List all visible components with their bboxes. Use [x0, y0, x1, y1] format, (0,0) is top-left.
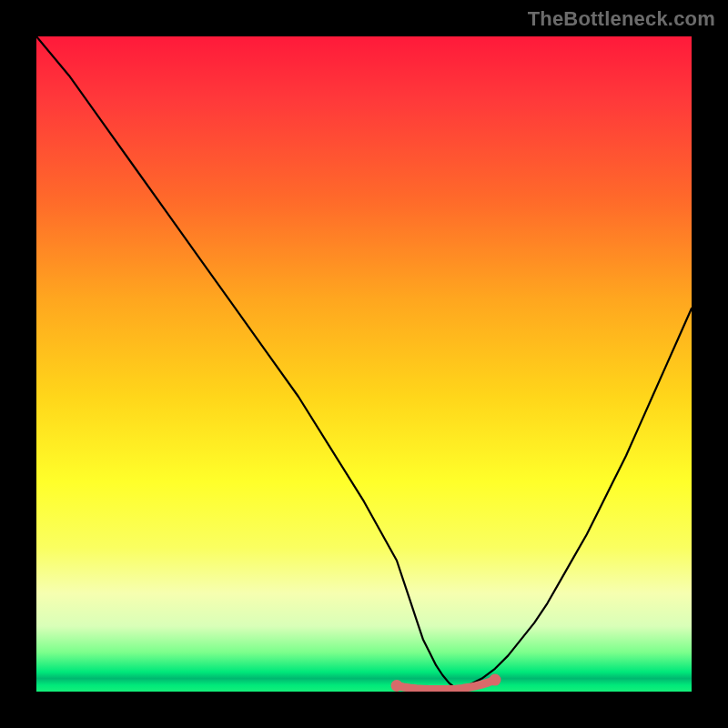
chart-stage: TheBottleneck.com [0, 0, 728, 728]
valley-connector [397, 680, 495, 690]
plot-area [36, 36, 692, 692]
marker [490, 674, 501, 686]
series-left-branch [36, 36, 456, 688]
watermark-label: TheBottleneck.com [528, 7, 715, 31]
curve-layer [36, 36, 692, 692]
series-right-branch [456, 308, 692, 689]
marker [391, 680, 403, 692]
